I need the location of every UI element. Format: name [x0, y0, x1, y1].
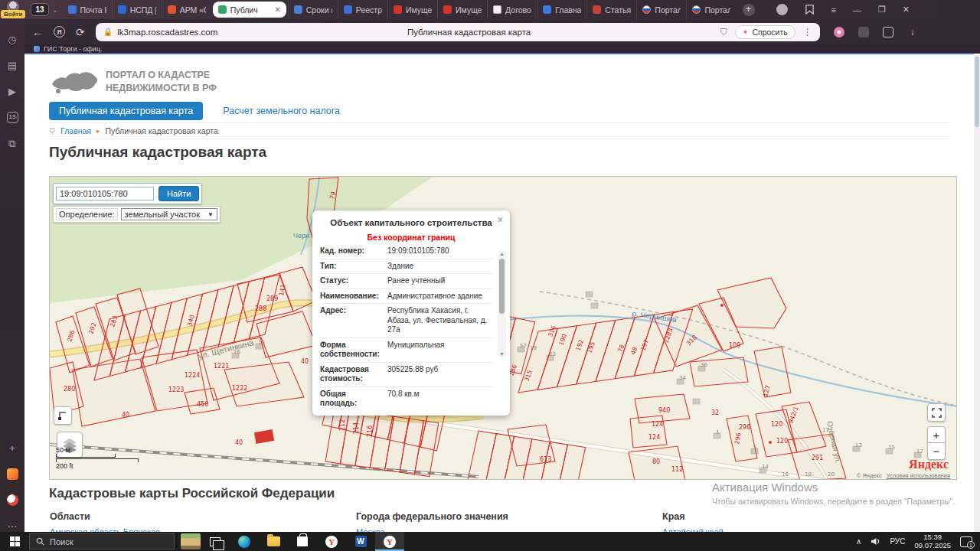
yandex-disk-icon[interactable] — [7, 494, 18, 506]
notification-icon[interactable]: 1 — [960, 536, 972, 547]
yandex-browser-icon[interactable]: Y — [317, 532, 346, 551]
parcel-number-label: 57 — [520, 343, 527, 349]
menu-icon[interactable]: ≡ — [831, 5, 836, 15]
calendar-icon[interactable]: 13 — [7, 112, 18, 123]
browser-tab-12[interactable]: Портал гос — [686, 0, 736, 19]
store-icon[interactable] — [288, 532, 317, 551]
add-panel-icon[interactable]: + — [7, 442, 18, 454]
terms-link[interactable]: Условия использования — [887, 472, 950, 479]
browser-tab-3[interactable]: Публич✕ — [213, 2, 286, 18]
tab-close-icon[interactable]: ✕ — [274, 5, 280, 14]
measure-tool-button[interactable] — [54, 406, 72, 425]
parcel-number-label: 289 — [266, 295, 278, 302]
back-icon[interactable]: ← — [32, 26, 43, 38]
scroll-down-icon[interactable]: ▼ — [498, 351, 506, 357]
popup-row: Тип:Здание — [320, 259, 493, 274]
browser-tab-8[interactable]: Договор N — [487, 0, 537, 19]
popup-close-icon[interactable]: ✕ — [497, 215, 504, 225]
browser-tab-6[interactable]: Имущест — [387, 0, 437, 19]
screenshot-icon[interactable]: ⧉ — [7, 138, 18, 149]
nav-tab-land-tax[interactable]: Расчет земельного налога — [223, 106, 340, 116]
scroll-thumb[interactable] — [499, 259, 505, 314]
page-title-in-bar: Публичная кадастровая карта — [217, 28, 720, 37]
bookmark-item[interactable]: ГИС Торги - офиц. — [44, 45, 103, 53]
parcel-number-label: 13 — [855, 442, 862, 448]
browser-tab-9[interactable]: Главная ст — [537, 0, 586, 19]
parcel-number-label: 34 — [679, 375, 686, 381]
restore-button[interactable]: ❐ — [878, 5, 886, 15]
address-pill[interactable]: 🔒 lk3map.roscadastres.com Публичная када… — [96, 23, 820, 41]
select-arrow-icon: ▼ — [207, 211, 214, 218]
reload-icon[interactable]: ⟳ — [76, 26, 85, 38]
bookmark-favicon — [34, 46, 40, 52]
history-icon[interactable]: ◷ — [7, 34, 18, 45]
chevron-down-icon[interactable]: ⌄ — [52, 6, 58, 14]
zoom-in-button[interactable]: + — [927, 426, 946, 443]
page-scroll-thumb[interactable] — [975, 57, 979, 127]
news-widget-icon[interactable] — [181, 533, 201, 549]
speaker-icon[interactable] — [871, 537, 880, 546]
fullscreen-button[interactable] — [927, 403, 946, 422]
browser-tab-2[interactable]: АРМ «Спе — [162, 0, 211, 19]
file-explorer-icon[interactable] — [259, 532, 288, 551]
bookmark-icon[interactable]: ⛉ — [720, 27, 727, 37]
browser-tab-1[interactable]: НСПД | Гео — [112, 0, 162, 19]
task-view-button[interactable] — [201, 532, 230, 551]
filter-label: Определение: — [56, 208, 118, 220]
browser-tab-0[interactable]: Почта Рос — [63, 0, 112, 19]
browser-tab-10[interactable]: Статья 5. Н — [586, 0, 636, 19]
edge-icon[interactable] — [230, 532, 259, 551]
browser-tab-4[interactable]: Сроки в з — [288, 0, 338, 19]
download-icon[interactable]: ↓ — [907, 27, 918, 37]
pin-icon: ⚲ — [49, 126, 55, 136]
extension-adblock-icon[interactable] — [858, 27, 869, 37]
parcel-number-label: 214 — [353, 422, 360, 434]
tray-chevron-icon[interactable]: ∧ — [856, 537, 861, 546]
parcel-number-label: 1 — [716, 429, 719, 435]
word-icon[interactable]: W — [346, 532, 375, 551]
yandex-browser-active-icon[interactable]: Y — [375, 532, 404, 551]
tab-count-button[interactable]: 13 — [31, 3, 49, 16]
breadcrumb-home[interactable]: Главная — [60, 126, 91, 135]
browser-tab-11[interactable]: Портал гос — [636, 0, 686, 19]
search-input[interactable] — [56, 187, 154, 201]
notes-icon[interactable]: ▤ — [7, 60, 18, 71]
url-text[interactable]: lk3map.roscadastres.com — [117, 28, 217, 37]
page-scrollbar[interactable] — [974, 55, 980, 532]
yandex-services-icon[interactable]: Я — [54, 26, 65, 37]
profile-avatar[interactable] — [776, 4, 788, 15]
collections-icon[interactable] — [805, 5, 815, 15]
start-button[interactable] — [0, 532, 29, 551]
ask-ai-button[interactable]: ✦ Спросить — [735, 25, 795, 39]
taskbar-search[interactable]: Поиск — [29, 533, 175, 549]
browser-tab-5[interactable]: Реестр из — [338, 0, 387, 19]
more-icon[interactable]: ⋯ — [7, 520, 18, 532]
popup-row: Кадастровая стоимость:305225.88 руб — [320, 362, 493, 386]
language-indicator[interactable]: РУС — [890, 537, 905, 546]
yandex-mail-icon[interactable] — [7, 468, 18, 480]
bookmarks-bar: ГИС Торги - офиц. — [24, 44, 980, 54]
clock[interactable]: 15:39 09.07.2025 — [914, 533, 951, 550]
extension-tabs-icon[interactable] — [883, 27, 893, 37]
filter-select[interactable]: земельный участок ▼ — [121, 208, 217, 220]
nav-tab-cadastral-map[interactable]: Публичная кадастровая карта — [49, 102, 203, 120]
cadastral-parcel[interactable] — [690, 357, 748, 386]
browser-tab-7[interactable]: Имущест — [437, 0, 487, 19]
close-button[interactable]: ✕ — [903, 5, 910, 15]
profile-signin[interactable]: Войти — [0, 0, 26, 19]
minimize-button[interactable]: — — [853, 5, 861, 15]
cadastral-map[interactable]: 7928629228328028928814134012211222122312… — [49, 176, 957, 480]
popup-row: Кад. номер:19:09:010105:780 — [320, 244, 493, 259]
footer-col-regions: Области — [50, 511, 90, 522]
extension-flower-icon[interactable] — [834, 27, 844, 37]
yandex-logo[interactable]: Яндекс — [909, 458, 949, 471]
popup-scrollbar[interactable]: ▲ ▼ — [498, 250, 506, 357]
site-logo[interactable]: ПОРТАЛ О КАДАСТРЕ НЕДВИЖИМОСТИ В РФ — [49, 67, 217, 96]
partial-place-label: Черн — [293, 232, 309, 240]
search-button[interactable]: Найти — [158, 186, 199, 201]
parcel-number-label: 212 — [339, 419, 346, 431]
scroll-up-icon[interactable]: ▲ — [498, 251, 506, 256]
new-tab-button[interactable]: + — [743, 4, 755, 16]
more-options-icon[interactable]: ⋮ — [803, 27, 812, 37]
media-icon[interactable]: ▶ — [7, 86, 18, 97]
